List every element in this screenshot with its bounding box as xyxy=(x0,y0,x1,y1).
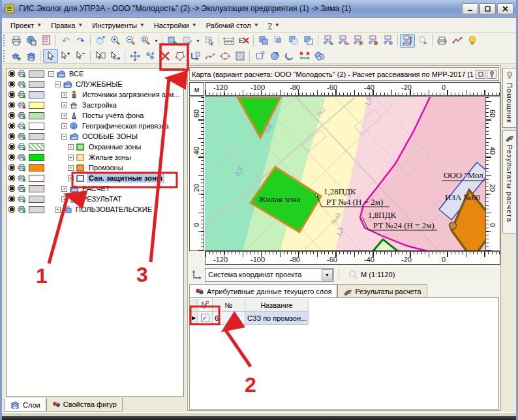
menu-settings[interactable]: Настройки▼ xyxy=(149,20,202,31)
column-header-name[interactable]: Название xyxy=(245,299,309,312)
tree-expand-toggle[interactable]: + xyxy=(55,207,61,213)
layers-icon[interactable] xyxy=(23,49,38,63)
tree-expand-toggle[interactable]: − xyxy=(61,134,67,140)
print-layer-icon[interactable] xyxy=(18,174,26,182)
toolbar-grip[interactable] xyxy=(3,35,7,46)
print-map-icon[interactable] xyxy=(434,34,449,48)
tree-item-label[interactable]: ВСЕ xyxy=(67,69,85,78)
tree-expand-toggle[interactable]: − xyxy=(55,82,61,87)
print-layer-icon[interactable] xyxy=(18,122,26,130)
measure-panel-icon[interactable] xyxy=(400,34,415,48)
visibility-eye-icon[interactable] xyxy=(8,143,16,151)
tab-calc-results-side[interactable]: Результаты расчета xyxy=(502,130,517,233)
tree-item-9[interactable]: +Жилые зоны xyxy=(7,152,183,162)
tree-item-label[interactable]: Охранные зоны xyxy=(87,142,143,151)
print-layer-icon[interactable] xyxy=(18,164,26,172)
move-figure-icon[interactable] xyxy=(127,49,142,63)
map-header[interactable]: Карта (вариант расчета: ООО "Молодость" … xyxy=(189,67,499,81)
print-layer-icon[interactable] xyxy=(18,70,26,78)
print-layer-icon[interactable] xyxy=(18,112,26,119)
layer-color-swatch[interactable] xyxy=(29,143,44,151)
report-icon[interactable] xyxy=(38,34,53,48)
column-header-number[interactable]: № xyxy=(213,299,245,312)
layer-color-swatch[interactable] xyxy=(29,175,44,182)
cell-name[interactable]: СЗЗ по промзон... xyxy=(245,312,309,325)
tree-expand-toggle[interactable]: + xyxy=(61,123,67,129)
accept-figure-icon[interactable] xyxy=(179,34,194,48)
shape-union-icon[interactable] xyxy=(256,34,271,48)
zoom-in-icon[interactable] xyxy=(108,34,123,48)
print-layer-icon[interactable] xyxy=(18,153,26,161)
tree-item-label[interactable]: Сан. защитные зоны xyxy=(87,173,164,183)
layer-color-swatch[interactable] xyxy=(29,81,44,88)
hatch-fill-icon[interactable] xyxy=(232,49,247,63)
delete-figure-icon[interactable] xyxy=(157,49,172,63)
zoom-selection-icon[interactable] xyxy=(415,34,430,48)
tree-item-14[interactable]: +ПОЛЬЗОВАТЕЛЬСКИЕ xyxy=(7,204,183,215)
print-layer-icon[interactable] xyxy=(18,132,26,140)
layer-visible-checkbox[interactable]: ✓ xyxy=(201,314,209,322)
table-row[interactable]: ▶ ✓ 6 СЗЗ по промзон... xyxy=(190,312,309,325)
layer-color-swatch[interactable] xyxy=(29,133,44,140)
layer-color-swatch[interactable] xyxy=(29,70,44,78)
tree-expand-toggle[interactable]: + xyxy=(61,186,67,192)
tree-expand-toggle[interactable]: + xyxy=(61,102,67,108)
tree-item-label[interactable]: РЕЗУЛЬТАТ xyxy=(80,194,123,203)
pick-figure-icon[interactable] xyxy=(202,34,217,48)
edit-ellipse-icon[interactable] xyxy=(217,49,232,63)
accept-figure-dropdown[interactable]: ▼ xyxy=(194,34,202,48)
tree-item-7[interactable]: −ОСОБЫЕ ЗОНЫ xyxy=(7,131,183,142)
tree-item-4[interactable]: +Застройка xyxy=(7,100,183,110)
layer-color-swatch[interactable] xyxy=(29,91,44,98)
tab-calc-results[interactable]: Результаты расчета xyxy=(337,284,427,298)
tree-expand-toggle[interactable]: − xyxy=(48,71,54,77)
menu-project[interactable]: Проект▼ xyxy=(6,20,46,31)
select-remove-icon[interactable] xyxy=(73,49,88,63)
layer-color-swatch[interactable] xyxy=(29,154,44,161)
tree-item-5[interactable]: +Посты учёта фона xyxy=(7,110,183,121)
layer-color-swatch[interactable] xyxy=(29,206,44,213)
cell-number[interactable]: 6 xyxy=(213,312,245,325)
visibility-eye-icon[interactable] xyxy=(8,164,16,172)
tree-item-label[interactable]: СЛУЖЕБНЫЕ xyxy=(74,80,125,89)
tree-item-11[interactable]: +Сан. защитные зоны xyxy=(7,173,183,183)
node-remove-icon[interactable] xyxy=(335,34,350,48)
redo-icon[interactable]: ↷ xyxy=(73,34,88,48)
print-layer-icon[interactable] xyxy=(18,143,26,151)
arc-figure-icon[interactable] xyxy=(282,49,297,63)
layer-color-swatch[interactable] xyxy=(29,102,44,109)
buffer-zone-icon[interactable] xyxy=(312,49,327,63)
layer-color-swatch[interactable] xyxy=(29,164,44,172)
print-layer-icon[interactable] xyxy=(18,80,26,88)
print-layer-icon[interactable] xyxy=(18,205,26,213)
shape-xor-icon[interactable] xyxy=(301,34,316,48)
select-cursor-icon[interactable] xyxy=(43,49,58,63)
tree-item-6[interactable]: +Географическая привязка xyxy=(7,121,183,131)
tree-item-12[interactable]: +РАСЧЕТ xyxy=(7,183,183,194)
select-add-icon[interactable] xyxy=(58,49,73,63)
layer-color-swatch[interactable] xyxy=(29,112,44,119)
visibility-eye-icon[interactable] xyxy=(8,195,16,203)
menu-edit[interactable]: Правка▼ xyxy=(46,20,87,31)
zoom-extent-dropdown[interactable]: ▼ xyxy=(153,34,160,48)
node-mark-icon[interactable] xyxy=(365,34,380,48)
shape-subtract-icon[interactable] xyxy=(271,34,286,48)
save-web-map-icon[interactable] xyxy=(23,34,38,48)
layer-color-swatch[interactable] xyxy=(29,185,44,192)
menu-desktop[interactable]: Рабочий стол▼ xyxy=(202,20,264,31)
visibility-eye-icon[interactable] xyxy=(8,132,16,140)
measure-ruler-icon[interactable] xyxy=(221,34,236,48)
title-bar[interactable]: ГИС Эколог для УПРЗА - ООО "Молодость" (… xyxy=(2,0,516,18)
edit-polygon-icon[interactable] xyxy=(172,49,187,63)
print-layer-icon[interactable] xyxy=(18,185,26,192)
tree-expand-toggle[interactable]: + xyxy=(61,196,67,202)
close-button[interactable] xyxy=(497,3,513,14)
print-icon[interactable] xyxy=(8,34,23,48)
tree-expand-toggle[interactable]: + xyxy=(61,92,67,98)
toolbar-grip[interactable] xyxy=(3,50,7,62)
visibility-eye-icon[interactable] xyxy=(8,101,16,109)
layer-color-swatch[interactable] xyxy=(29,196,44,203)
tree-item-label[interactable]: Посты учёта фона xyxy=(80,111,145,120)
visibility-eye-icon[interactable] xyxy=(8,112,16,119)
tree-item-10[interactable]: +Промзоны xyxy=(7,162,183,173)
